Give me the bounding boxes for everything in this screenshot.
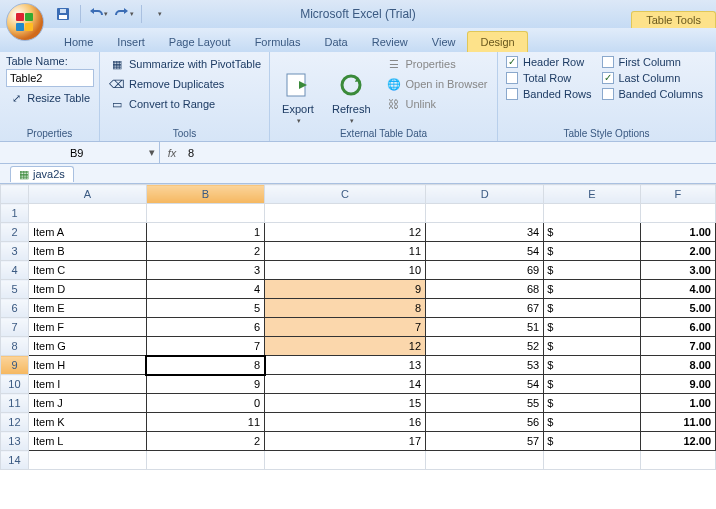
- cell[interactable]: 68: [426, 280, 544, 299]
- tab-home[interactable]: Home: [52, 32, 105, 52]
- cell[interactable]: 56: [426, 413, 544, 432]
- cell[interactable]: $: [544, 223, 641, 242]
- remove-duplicates-button[interactable]: ⌫Remove Duplicates: [106, 75, 264, 93]
- first-column-checkbox[interactable]: First Column: [600, 55, 705, 69]
- table-properties-button[interactable]: ☰Properties: [383, 55, 491, 73]
- cell[interactable]: 2: [146, 432, 264, 451]
- cell[interactable]: [265, 204, 426, 223]
- convert-range-button[interactable]: ▭Convert to Range: [106, 95, 264, 113]
- resize-table-button[interactable]: ⤢Resize Table: [6, 89, 93, 107]
- cell[interactable]: Item E: [28, 299, 146, 318]
- row-header-9[interactable]: 9: [1, 356, 29, 375]
- cell[interactable]: $: [544, 394, 641, 413]
- last-column-checkbox[interactable]: Last Column: [600, 71, 705, 85]
- export-button[interactable]: Export▾: [276, 55, 320, 139]
- save-icon[interactable]: [52, 3, 74, 25]
- cell[interactable]: [640, 451, 715, 470]
- cell[interactable]: 9: [146, 375, 264, 394]
- total-row-checkbox[interactable]: Total Row: [504, 71, 594, 85]
- unlink-button[interactable]: ⛓Unlink: [383, 95, 491, 113]
- cell[interactable]: 57: [426, 432, 544, 451]
- cell[interactable]: Item F: [28, 318, 146, 337]
- open-browser-button[interactable]: 🌐Open in Browser: [383, 75, 491, 93]
- col-header-A[interactable]: A: [28, 185, 146, 204]
- cell[interactable]: 8.00: [640, 356, 715, 375]
- tab-page-layout[interactable]: Page Layout: [157, 32, 243, 52]
- cell[interactable]: 1.00: [640, 394, 715, 413]
- cell[interactable]: $: [544, 280, 641, 299]
- cell[interactable]: $: [544, 299, 641, 318]
- col-header-B[interactable]: B: [146, 185, 264, 204]
- header-row-checkbox[interactable]: Header Row: [504, 55, 594, 69]
- cell[interactable]: $: [544, 356, 641, 375]
- cell[interactable]: 51: [426, 318, 544, 337]
- cell[interactable]: Item A: [28, 223, 146, 242]
- row-header-6[interactable]: 6: [1, 299, 29, 318]
- col-header-D[interactable]: D: [426, 185, 544, 204]
- cell[interactable]: [146, 204, 264, 223]
- banded-rows-checkbox[interactable]: Banded Rows: [504, 87, 594, 101]
- cell[interactable]: 5: [146, 299, 264, 318]
- cell[interactable]: Item D: [28, 280, 146, 299]
- grid[interactable]: ABCDEF 12Item A11234$1.003Item B21154$2.…: [0, 184, 716, 470]
- cell[interactable]: 9.00: [640, 375, 715, 394]
- cell[interactable]: Item G: [28, 337, 146, 356]
- col-header-C[interactable]: C: [265, 185, 426, 204]
- qat-customize-icon[interactable]: ▾: [148, 3, 170, 25]
- cell[interactable]: 7.00: [640, 337, 715, 356]
- cell[interactable]: 15: [265, 394, 426, 413]
- cell[interactable]: 53: [426, 356, 544, 375]
- cell[interactable]: $: [544, 318, 641, 337]
- cell[interactable]: 7: [146, 337, 264, 356]
- row-header-5[interactable]: 5: [1, 280, 29, 299]
- cell[interactable]: Item I: [28, 375, 146, 394]
- cell[interactable]: 11: [146, 413, 264, 432]
- cell[interactable]: [640, 204, 715, 223]
- cell[interactable]: 69: [426, 261, 544, 280]
- cell[interactable]: $: [544, 432, 641, 451]
- cell[interactable]: 52: [426, 337, 544, 356]
- row-header-11[interactable]: 11: [1, 394, 29, 413]
- select-all-corner[interactable]: [1, 185, 29, 204]
- cell[interactable]: $: [544, 261, 641, 280]
- cell[interactable]: 12: [265, 337, 426, 356]
- cell[interactable]: 54: [426, 242, 544, 261]
- cell[interactable]: 14: [265, 375, 426, 394]
- cell[interactable]: Item C: [28, 261, 146, 280]
- cell[interactable]: 5.00: [640, 299, 715, 318]
- worksheet[interactable]: ABCDEF 12Item A11234$1.003Item B21154$2.…: [0, 184, 716, 470]
- row-header-7[interactable]: 7: [1, 318, 29, 337]
- cell[interactable]: 1.00: [640, 223, 715, 242]
- cell[interactable]: 3.00: [640, 261, 715, 280]
- cell[interactable]: 10: [265, 261, 426, 280]
- refresh-button[interactable]: Refresh▾: [326, 55, 377, 139]
- undo-icon[interactable]: ▾: [87, 3, 109, 25]
- fx-icon[interactable]: fx: [160, 147, 184, 159]
- redo-icon[interactable]: ▾: [113, 3, 135, 25]
- cell[interactable]: Item L: [28, 432, 146, 451]
- cell[interactable]: 9: [265, 280, 426, 299]
- cell[interactable]: [426, 451, 544, 470]
- cell[interactable]: 11: [265, 242, 426, 261]
- row-header-13[interactable]: 13: [1, 432, 29, 451]
- cell[interactable]: $: [544, 242, 641, 261]
- cell[interactable]: 4: [146, 280, 264, 299]
- cell[interactable]: 16: [265, 413, 426, 432]
- col-header-F[interactable]: F: [640, 185, 715, 204]
- tab-view[interactable]: View: [420, 32, 468, 52]
- cell[interactable]: Item B: [28, 242, 146, 261]
- formula-input[interactable]: [184, 147, 716, 159]
- cell[interactable]: Item K: [28, 413, 146, 432]
- cell[interactable]: [544, 204, 641, 223]
- cell[interactable]: $: [544, 337, 641, 356]
- cell[interactable]: 12: [265, 223, 426, 242]
- tab-data[interactable]: Data: [312, 32, 359, 52]
- row-header-1[interactable]: 1: [1, 204, 29, 223]
- cell[interactable]: 34: [426, 223, 544, 242]
- cell[interactable]: 54: [426, 375, 544, 394]
- cell[interactable]: 6.00: [640, 318, 715, 337]
- cell[interactable]: 4.00: [640, 280, 715, 299]
- cell[interactable]: 7: [265, 318, 426, 337]
- cell[interactable]: 8: [146, 356, 264, 375]
- cell[interactable]: $: [544, 375, 641, 394]
